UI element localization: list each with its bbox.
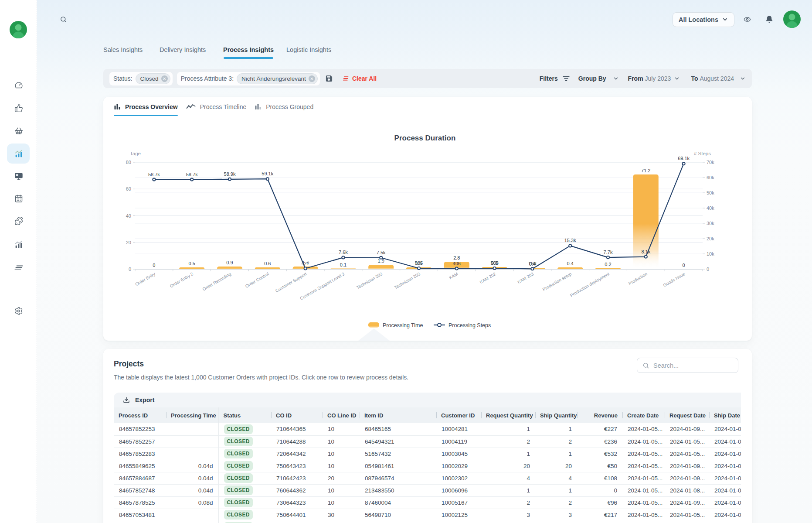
svg-text:7.7k: 7.7k xyxy=(604,250,613,255)
svg-text:Order Recording: Order Recording xyxy=(201,271,232,291)
svg-text:Processing Steps: Processing Steps xyxy=(448,322,491,328)
svg-text:0.6: 0.6 xyxy=(264,261,271,266)
svg-text:Customer Support: Customer Support xyxy=(275,271,308,293)
svg-text:15.3k: 15.3k xyxy=(564,238,576,243)
svg-text:Order Control: Order Control xyxy=(245,271,270,289)
svg-text:0: 0 xyxy=(153,263,155,268)
svg-text:# Steps: # Steps xyxy=(694,151,711,156)
svg-text:10k: 10k xyxy=(707,251,714,256)
svg-text:198: 198 xyxy=(528,261,536,266)
svg-text:58.9k: 58.9k xyxy=(224,171,236,177)
svg-text:Technician 203: Technician 203 xyxy=(394,271,421,290)
svg-text:60k: 60k xyxy=(707,175,714,180)
svg-text:Technician 202: Technician 202 xyxy=(356,271,384,290)
svg-text:406: 406 xyxy=(453,261,461,266)
svg-text:568: 568 xyxy=(490,260,498,266)
svg-text:40k: 40k xyxy=(707,205,714,211)
svg-text:0: 0 xyxy=(129,267,131,272)
svg-text:59.1k: 59.1k xyxy=(262,171,273,176)
svg-text:Order Entry: Order Entry xyxy=(134,271,156,287)
svg-text:0.1: 0.1 xyxy=(340,262,347,267)
svg-text:2.8: 2.8 xyxy=(453,255,460,260)
svg-text:80: 80 xyxy=(126,160,131,165)
svg-text:Order Entry 2: Order Entry 2 xyxy=(169,271,194,289)
svg-text:58.7k: 58.7k xyxy=(186,172,198,177)
svg-text:Process Duration: Process Duration xyxy=(394,134,456,142)
svg-text:30k: 30k xyxy=(707,221,714,226)
svg-text:0: 0 xyxy=(707,267,709,272)
svg-text:20: 20 xyxy=(126,240,131,245)
svg-text:58.7k: 58.7k xyxy=(148,172,160,177)
svg-text:40: 40 xyxy=(126,213,131,219)
svg-text:7.6k: 7.6k xyxy=(339,250,348,255)
svg-text:0.5: 0.5 xyxy=(189,261,195,266)
svg-text:8.1k: 8.1k xyxy=(641,249,650,254)
svg-text:69.1k: 69.1k xyxy=(678,156,690,161)
svg-text:585: 585 xyxy=(415,260,423,266)
svg-text:7.5k: 7.5k xyxy=(377,250,386,255)
svg-text:0.9: 0.9 xyxy=(226,260,233,265)
svg-text:KAM: KAM xyxy=(448,271,459,280)
svg-text:60: 60 xyxy=(126,186,131,191)
svg-text:0.2: 0.2 xyxy=(605,262,611,267)
svg-text:0: 0 xyxy=(683,263,685,268)
svg-text:Goods Issue: Goods Issue xyxy=(662,271,686,288)
svg-text:Processing Time: Processing Time xyxy=(383,322,423,328)
svg-text:427: 427 xyxy=(301,261,309,266)
svg-text:50k: 50k xyxy=(707,190,714,195)
svg-text:0.4: 0.4 xyxy=(567,261,574,266)
svg-text:Tage: Tage xyxy=(130,151,141,156)
svg-text:71.2: 71.2 xyxy=(641,168,650,173)
svg-text:1.9: 1.9 xyxy=(378,258,384,263)
svg-text:Production: Production xyxy=(628,271,648,286)
svg-text:KAM 202: KAM 202 xyxy=(479,271,497,284)
svg-text:70k: 70k xyxy=(707,160,714,165)
svg-text:20k: 20k xyxy=(707,236,714,241)
svg-text:KAM 203: KAM 203 xyxy=(516,271,535,284)
svg-text:Production deployment: Production deployment xyxy=(569,271,610,298)
svg-text:Production setup: Production setup xyxy=(542,271,573,292)
